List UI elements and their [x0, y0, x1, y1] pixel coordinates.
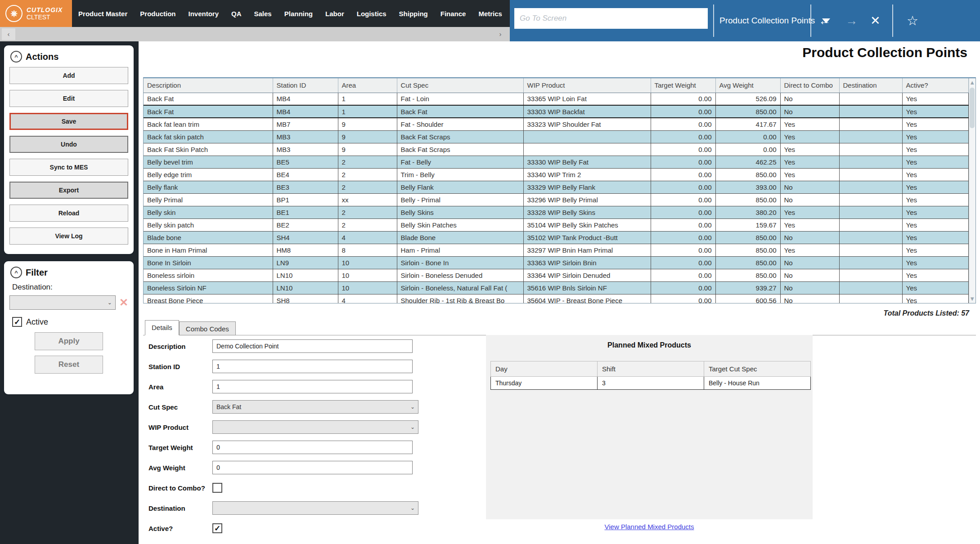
direct-to-combo-checkbox[interactable] — [212, 483, 222, 493]
cell: Yes — [902, 156, 968, 168]
nav-item-inventory[interactable]: Inventory — [182, 10, 225, 18]
column-header-avg-weight[interactable]: Avg Weight — [715, 78, 780, 93]
column-header-wip-product[interactable]: WIP Product — [523, 78, 651, 93]
menu-scroll-left-icon[interactable]: ‹ — [2, 28, 15, 40]
collapse-filter-icon[interactable]: ^ — [10, 267, 22, 278]
table-row[interactable]: Belly skinBE12Belly Skins33328 WIP Belly… — [144, 206, 968, 218]
wip-product-select[interactable]: ⌄ — [212, 420, 418, 434]
table-row[interactable]: Belly bevel trimBE52Fat - Belly33330 WIP… — [144, 156, 968, 168]
active-filter-checkbox-row[interactable]: Active — [12, 317, 128, 327]
screen-selector-dropdown[interactable]: Product Collection Points — [719, 0, 830, 41]
table-row[interactable]: Breast Bone PieceSH84Shoulder Rib - 1st … — [144, 294, 968, 303]
table-row[interactable]: Back FatMB41Back Fat33303 WIP Backfat0.0… — [144, 105, 968, 118]
cell — [523, 143, 651, 156]
menu-scroll-right-icon[interactable]: › — [494, 28, 507, 40]
planned-column-header-day[interactable]: Day — [491, 361, 598, 377]
cell: Yes — [780, 156, 839, 168]
nav-item-product-master[interactable]: Product Master — [72, 10, 134, 18]
column-header-destination[interactable]: Destination — [839, 78, 902, 93]
table-row[interactable]: Back Fat Skin PatchMB39Back Fat Scraps0.… — [144, 143, 968, 156]
nav-item-shipping[interactable]: Shipping — [393, 10, 434, 18]
export-button[interactable]: Export — [9, 182, 128, 199]
destination-select[interactable]: ⌄ — [212, 501, 418, 515]
add-button[interactable]: Add — [9, 67, 128, 84]
sync-to-mes-button[interactable]: Sync to MES — [9, 159, 128, 176]
active-checkbox[interactable] — [212, 523, 222, 533]
nav-item-planning[interactable]: Planning — [278, 10, 319, 18]
actions-panel: ^ Actions AddEditSaveUndoSync to MESExpo… — [3, 44, 135, 255]
planned-table-row[interactable]: Thursday3Belly - House Run — [491, 377, 811, 390]
cell: 0.00 — [651, 181, 715, 193]
column-header-target-weight[interactable]: Target Weight — [651, 78, 715, 93]
reload-button[interactable]: Reload — [9, 205, 128, 222]
cell: 0.00 — [715, 130, 780, 143]
tab-combo-codes[interactable]: Combo Codes — [179, 321, 236, 335]
area-field[interactable] — [212, 380, 413, 393]
cell: 0.00 — [651, 256, 715, 269]
cell — [839, 156, 902, 168]
table-row[interactable]: Belly skin patchBE22Belly Skin Patches35… — [144, 218, 968, 231]
cell: 0.00 — [651, 269, 715, 281]
view-log-button[interactable]: View Log — [9, 227, 128, 245]
detail-tabs: Details Combo Codes — [145, 320, 236, 335]
save-button[interactable]: Save — [9, 113, 128, 130]
apply-filter-button[interactable]: Apply — [35, 332, 103, 350]
close-screen-icon[interactable]: ✕ — [870, 0, 881, 41]
view-planned-mixed-products-link[interactable]: View Planned Mixed Products — [605, 523, 694, 531]
cell — [839, 193, 902, 206]
scrollbar-thumb[interactable] — [970, 88, 975, 128]
table-row[interactable]: Bone In SirloinLN910Sirloin - Bone In333… — [144, 256, 968, 269]
destination-filter-select[interactable]: ⌄ — [9, 295, 116, 310]
scroll-down-icon[interactable]: ▼ — [969, 295, 975, 302]
target-weight-field[interactable] — [212, 441, 413, 454]
table-row[interactable]: Back FatMB41Fat - Loin33365 WIP Loin Fat… — [144, 93, 968, 105]
planned-column-header-target-cut-spec[interactable]: Target Cut Spec — [704, 361, 811, 377]
table-row[interactable]: Back fat lean trimMB79Fat - Shoulder3332… — [144, 118, 968, 130]
clear-destination-icon[interactable]: ✕ — [119, 297, 128, 308]
back-arrow-icon[interactable]: ← — [818, 0, 831, 41]
reset-filter-button[interactable]: Reset — [35, 356, 103, 374]
active-filter-checkbox[interactable] — [12, 317, 22, 327]
undo-button[interactable]: Undo — [9, 136, 128, 153]
nav-item-sales[interactable]: Sales — [248, 10, 278, 18]
cell: BE2 — [273, 218, 338, 231]
table-row[interactable]: Belly PrimalBP1xxBelly - Primal33296 WIP… — [144, 193, 968, 206]
nav-item-logistics[interactable]: Logistics — [351, 10, 393, 18]
table-row[interactable]: Boneless Sirloin NFLN1010Sirloin - Bonel… — [144, 281, 968, 294]
table-row[interactable]: Belly edge trimBE42Trim - Belly33340 WIP… — [144, 168, 968, 181]
nav-item-labor[interactable]: Labor — [319, 10, 351, 18]
cell: Belly Skin Patches — [397, 218, 523, 231]
column-header-direct-to-combo[interactable]: Direct to Combo — [780, 78, 839, 93]
column-header-area[interactable]: Area — [338, 78, 397, 93]
column-header-active-[interactable]: Active? — [902, 78, 968, 93]
cell: Belly flank — [144, 181, 273, 193]
nav-item-qa[interactable]: QA — [225, 10, 248, 18]
forward-arrow-icon[interactable]: → — [845, 0, 858, 41]
description-field[interactable] — [212, 339, 413, 353]
station-id-field[interactable] — [212, 360, 413, 373]
table-row[interactable]: Belly flankBE32Belly Flank33329 WIP Bell… — [144, 181, 968, 193]
nav-item-finance[interactable]: Finance — [434, 10, 472, 18]
table-row[interactable]: Back fat skin patchMB39Back Fat Scraps0.… — [144, 130, 968, 143]
collapse-actions-icon[interactable]: ^ — [10, 51, 22, 62]
cut-spec-select[interactable]: Back Fat ⌄ — [212, 400, 418, 414]
main-menu: Product MasterProductionInventoryQASales… — [72, 0, 510, 27]
column-header-station-id[interactable]: Station ID — [273, 78, 338, 93]
grid-scrollbar[interactable]: ▲ ▼ — [969, 78, 976, 303]
nav-item-production[interactable]: Production — [134, 10, 182, 18]
edit-button[interactable]: Edit — [9, 90, 128, 107]
table-row[interactable]: Blade boneSH44Blade Bone35102 WIP Tank P… — [144, 231, 968, 244]
column-header-cut-spec[interactable]: Cut Spec — [397, 78, 523, 93]
cell — [839, 244, 902, 256]
go-to-screen-input[interactable] — [514, 8, 708, 29]
avg-weight-field[interactable] — [212, 461, 413, 474]
scroll-up-icon[interactable]: ▲ — [969, 79, 975, 86]
column-header-description[interactable]: Description — [144, 78, 273, 93]
table-row[interactable]: Bone in Ham PrimalHM88Ham - Primal33297 … — [144, 244, 968, 256]
favorite-star-icon[interactable]: ☆ — [907, 0, 918, 41]
planned-mixed-products-title: Planned Mixed Products — [486, 335, 813, 349]
planned-column-header-shift[interactable]: Shift — [598, 361, 704, 377]
tab-details[interactable]: Details — [145, 320, 179, 335]
nav-item-metrics[interactable]: Metrics — [472, 10, 508, 18]
table-row[interactable]: Boneless sirloinLN1010Sirloin - Boneless… — [144, 269, 968, 281]
